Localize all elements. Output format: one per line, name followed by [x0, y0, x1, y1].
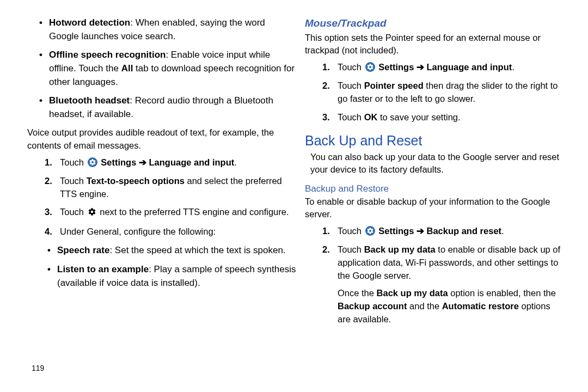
period: . [234, 157, 237, 167]
txt: Touch [338, 112, 364, 122]
feature-bullets: Hotword detection: When enabled, saying … [27, 16, 297, 121]
bullet-speech-rate: Speech rate: Set the speed at which the … [57, 244, 297, 258]
voice-output-para: Voice output provides audible readout of… [27, 126, 297, 151]
step-2: Touch Back up my data to enable or disab… [338, 243, 561, 326]
lang-input-label: Language and input [427, 62, 512, 72]
period: . [501, 226, 504, 236]
arrow-icon: ➔ [416, 62, 427, 72]
page-number: 119 [32, 364, 44, 372]
gear-icon [88, 207, 96, 220]
txt4: option is enabled, then the [448, 288, 556, 298]
txt: Touch [338, 226, 364, 236]
tts-steps: Touch Settings ➔ Language and input. Tou… [27, 156, 297, 239]
backup-account: Backup account [338, 301, 407, 311]
step-1: Touch Settings ➔ Language and input. [338, 61, 561, 74]
step-1: Touch Settings ➔ Language and input. [60, 156, 297, 169]
txt: Under General, configure the following: [60, 226, 216, 236]
period: . [512, 62, 514, 72]
step-1: Touch Settings ➔ Backup and reset. [338, 225, 561, 238]
term: Bluetooth headset [49, 95, 130, 106]
manual-page: Hotword detection: When enabled, saying … [0, 0, 588, 392]
txt2: to save your setting. [377, 112, 460, 122]
arrow-icon: ➔ [139, 157, 149, 167]
backup-para: You can also back up your data to the Go… [305, 151, 561, 176]
settings-icon [365, 226, 375, 236]
term: Listen to an example [57, 264, 149, 274]
settings-label: Settings [378, 62, 416, 72]
general-bullets: Speech rate: Set the speed at which the … [27, 244, 297, 290]
lang-input-label: Language and input [149, 157, 235, 167]
step-2: Touch Pointer speed then drag the slider… [338, 79, 561, 106]
term: Hotword detection [49, 17, 130, 28]
pointer-speed: Pointer speed [364, 81, 424, 90]
step-3: Touch OK to save your setting. [338, 111, 561, 124]
backup-restore-subhead: Backup and Restore [305, 183, 561, 194]
tts-options: Text-to-speech options [87, 176, 185, 186]
backup-steps: Touch Settings ➔ Backup and reset. Touch… [305, 225, 561, 326]
automatic-restore: Automatic restore [442, 301, 519, 311]
txt: Touch [60, 176, 87, 186]
right-column: Mouse/Trackpad This option sets the Poin… [302, 16, 577, 387]
mouse-steps: Touch Settings ➔ Language and input. Tou… [305, 61, 561, 124]
txt: Touch [60, 207, 87, 217]
backup-reset-label: Backup and reset [427, 226, 502, 236]
bullet-hotword: Hotword detection: When enabled, saying … [49, 16, 297, 43]
bullet-bluetooth: Bluetooth headset: Record audio through … [49, 94, 297, 121]
ok-label: OK [364, 112, 378, 122]
arrow-icon: ➔ [416, 226, 427, 236]
all-tab: All [121, 63, 133, 74]
step-2: Touch Text-to-speech options and select … [60, 175, 297, 201]
step-4: Under General, configure the following: [60, 225, 297, 238]
backup-enable-para: To enable or disable backup of your info… [305, 195, 561, 220]
settings-label: Settings [101, 157, 139, 167]
step-3: Touch next to the preferred TTS engine a… [60, 206, 297, 220]
txt5: and the [407, 301, 442, 311]
txt: Touch [338, 62, 364, 72]
term: Offline speech recognition [49, 50, 166, 60]
left-column: Hotword detection: When enabled, saying … [27, 16, 302, 387]
txt2: next to the preferred TTS engine and con… [100, 207, 289, 217]
settings-icon [365, 62, 375, 72]
term: Speech rate [57, 245, 109, 255]
mouse-para: This option sets the Pointer speed for a… [305, 32, 561, 57]
bullet-offline-speech: Offline speech recognition: Enable voice… [49, 48, 297, 89]
settings-label: Settings [378, 226, 416, 236]
backup-my-data2: Back up my data [377, 288, 448, 298]
txt: Touch [60, 157, 87, 167]
txt3: Once the [338, 288, 377, 298]
txt: Touch [338, 81, 364, 90]
backup-my-data: Back up my data [364, 244, 436, 254]
backup-reset-heading: Back Up and Reset [305, 133, 561, 149]
desc: : Set the speed at which the text is spo… [109, 245, 285, 255]
bullet-listen-example: Listen to an example: Play a sample of s… [57, 263, 297, 290]
txt: Touch [338, 244, 364, 254]
mouse-trackpad-heading: Mouse/Trackpad [305, 17, 561, 29]
settings-icon [88, 157, 97, 167]
